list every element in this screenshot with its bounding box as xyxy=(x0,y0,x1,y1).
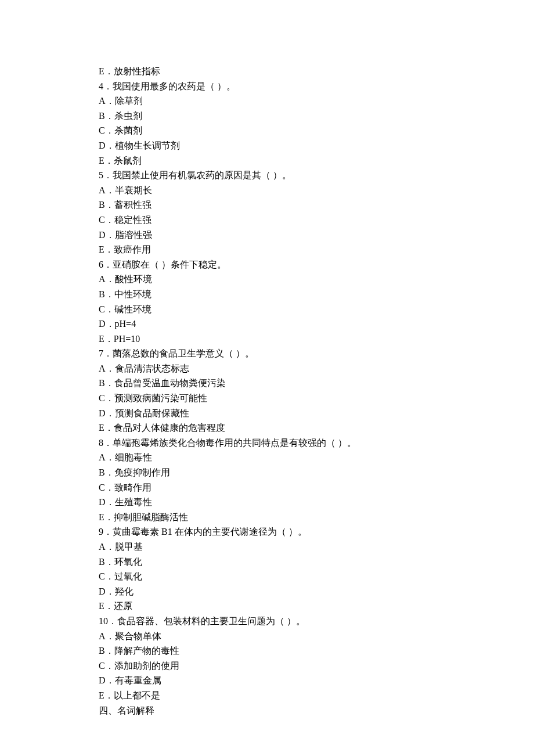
text-line: B．环氧化 xyxy=(99,555,435,570)
text-line: B．免疫抑制作用 xyxy=(99,465,435,480)
text-line: A．食品清洁状态标志 xyxy=(99,361,435,376)
text-line: E．杀鼠剂 xyxy=(99,153,435,168)
text-line: B．中性环境 xyxy=(99,287,435,302)
text-line: C．致畸作用 xyxy=(99,480,435,495)
text-line: C．稳定性强 xyxy=(99,213,435,228)
text-line: 5．我国禁止使用有机氯农药的原因是其（ ）。 xyxy=(99,168,435,183)
text-line: D．预测食品耐保藏性 xyxy=(99,406,435,421)
text-line: 10．食品容器、包装材料的主要卫生问题为（ ）。 xyxy=(99,614,435,629)
text-line: C．杀菌剂 xyxy=(99,123,435,138)
text-line: A．细胞毒性 xyxy=(99,450,435,465)
text-line: C．过氧化 xyxy=(99,569,435,584)
text-line: A．脱甲基 xyxy=(99,539,435,555)
text-line: B．食品曾受温血动物粪便污染 xyxy=(99,376,435,391)
text-line: C．预测致病菌污染可能性 xyxy=(99,391,435,406)
text-line: A．半衰期长 xyxy=(99,183,435,198)
text-line: C．添加助剂的使用 xyxy=(99,658,435,674)
text-line: E．以上都不是 xyxy=(99,688,435,703)
text-line: E．还原 xyxy=(99,599,435,614)
text-line: 6．亚硝胺在（ ）条件下稳定。 xyxy=(99,257,435,272)
text-line: D．植物生长调节剂 xyxy=(99,138,435,153)
text-line: A．聚合物单体 xyxy=(99,629,435,644)
text-line: 4．我国使用最多的农药是（ ）。 xyxy=(99,79,435,94)
document-page: E．放射性指标 4．我国使用最多的农药是（ ）。 A．除草剂 B．杀虫剂 C．杀… xyxy=(0,0,534,756)
text-line: E．食品对人体健康的危害程度 xyxy=(99,420,435,435)
text-line: 8．单端孢霉烯族类化合物毒作用的共同特点是有较强的（ ）。 xyxy=(99,435,435,451)
text-line: E．致癌作用 xyxy=(99,242,435,257)
text-line: D．pH=4 xyxy=(99,316,435,332)
text-line: C．碱性环境 xyxy=(99,302,435,317)
text-line: 9．黄曲霉毒素 B1 在体内的主要代谢途径为（ ）。 xyxy=(99,524,435,539)
text-line: B．蓄积性强 xyxy=(99,197,435,213)
text-line: D．有毒重金属 xyxy=(99,673,435,688)
text-line: 7．菌落总数的食品卫生学意义（ ）。 xyxy=(99,346,435,361)
text-line: E．抑制胆碱脂酶活性 xyxy=(99,510,435,525)
text-line: E．放射性指标 xyxy=(99,64,435,79)
text-line: D．脂溶性强 xyxy=(99,228,435,243)
text-line: B．杀虫剂 xyxy=(99,109,435,124)
text-line: A．除草剂 xyxy=(99,93,435,109)
text-line: D．生殖毒性 xyxy=(99,495,435,510)
text-line: B．降解产物的毒性 xyxy=(99,643,435,658)
text-line: 四、名词解释 xyxy=(99,703,435,718)
text-line: D．羟化 xyxy=(99,584,435,599)
text-line: E．PH=10 xyxy=(99,332,435,347)
text-line: A．酸性环境 xyxy=(99,272,435,287)
